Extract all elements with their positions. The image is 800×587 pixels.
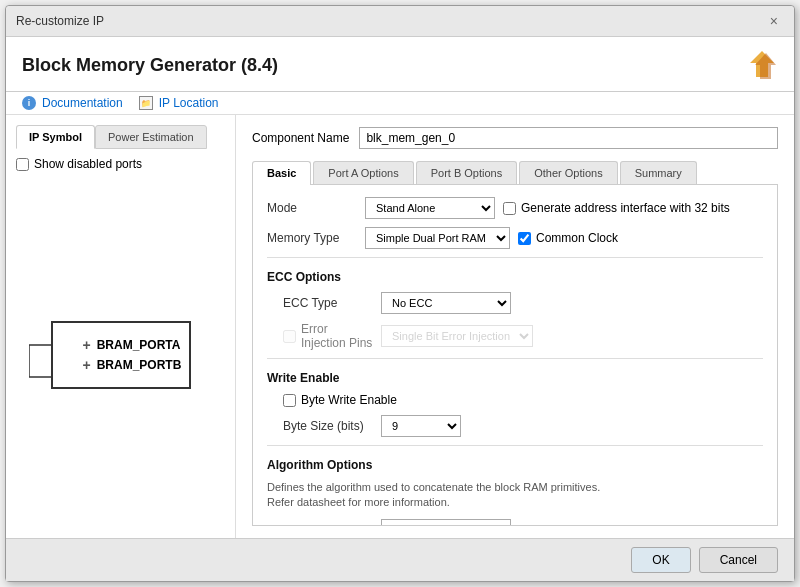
port-b-row: + BRAM_PORTB xyxy=(83,357,174,373)
toolbar: i Documentation 📁 IP Location xyxy=(6,92,794,115)
cancel-button[interactable]: Cancel xyxy=(699,547,778,573)
title-bar-left: Re-customize IP xyxy=(16,14,104,28)
divider-1 xyxy=(267,257,763,258)
right-tabs: Basic Port A Options Port B Options Othe… xyxy=(252,161,778,185)
gen-addr-label: Generate address interface with 32 bits xyxy=(521,201,730,215)
algo-desc-1: Defines the algorithm used to concatenat… xyxy=(267,480,763,511)
algorithm-select[interactable]: Minimum Area xyxy=(381,519,511,526)
error-injection-select[interactable]: Single Bit Error Injection xyxy=(381,325,533,347)
tab-power-estimation[interactable]: Power Estimation xyxy=(95,125,207,149)
content-area: IP Symbol Power Estimation Show disabled… xyxy=(6,115,794,538)
show-disabled-checkbox[interactable] xyxy=(16,158,29,171)
location-icon: 📁 xyxy=(139,96,153,110)
algo-desc-text2: Refer datasheet for more information. xyxy=(267,496,450,508)
symbol-area: + BRAM_PORTA + BRAM_PORTB xyxy=(16,181,225,528)
doc-label: Documentation xyxy=(42,96,123,110)
byte-size-label: Byte Size (bits) xyxy=(283,419,373,433)
gen-addr-checkbox[interactable] xyxy=(503,202,516,215)
right-panel: Component Name Basic Port A Options Port… xyxy=(236,115,794,538)
common-clock-checkbox[interactable] xyxy=(518,232,531,245)
left-panel: IP Symbol Power Estimation Show disabled… xyxy=(6,115,236,538)
ok-button[interactable]: OK xyxy=(631,547,690,573)
left-tab-bar: IP Symbol Power Estimation xyxy=(16,125,225,149)
footer: OK Cancel xyxy=(6,538,794,581)
memory-type-select[interactable]: Simple Dual Port RAM xyxy=(365,227,510,249)
port-a-label: BRAM_PORTA xyxy=(97,338,181,352)
info-icon: i xyxy=(22,96,36,110)
algorithm-row: Algorithm Minimum Area xyxy=(267,519,763,526)
tab-port-b[interactable]: Port B Options xyxy=(416,161,518,184)
port-b-label: BRAM_PORTB xyxy=(97,358,182,372)
byte-size-select[interactable]: 9 xyxy=(381,415,461,437)
byte-write-label-row: Byte Write Enable xyxy=(283,393,397,407)
ecc-type-row: ECC Type No ECC xyxy=(267,292,763,314)
mode-select[interactable]: Stand Alone xyxy=(365,197,495,219)
component-name-label: Component Name xyxy=(252,131,349,145)
algorithm-label: Algorithm xyxy=(283,523,373,526)
gen-addr-row: Generate address interface with 32 bits xyxy=(503,201,730,215)
common-clock-row: Common Clock xyxy=(518,231,618,245)
bram-box: + BRAM_PORTA + BRAM_PORTB xyxy=(51,321,191,389)
byte-write-checkbox[interactable] xyxy=(283,394,296,407)
show-disabled-row: Show disabled ports xyxy=(16,157,225,171)
location-label: IP Location xyxy=(159,96,219,110)
memory-type-row: Memory Type Simple Dual Port RAM Common … xyxy=(267,227,763,249)
tab-ip-symbol[interactable]: IP Symbol xyxy=(16,125,95,149)
tab-other[interactable]: Other Options xyxy=(519,161,617,184)
error-injection-checkbox[interactable] xyxy=(283,330,296,343)
tab-basic[interactable]: Basic xyxy=(252,161,311,185)
close-button[interactable]: × xyxy=(764,11,784,31)
component-name-input[interactable] xyxy=(359,127,778,149)
ecc-section-title: ECC Options xyxy=(267,270,763,284)
write-enable-section-title: Write Enable xyxy=(267,371,763,385)
bram-symbol: + BRAM_PORTA + BRAM_PORTB xyxy=(51,321,191,389)
main-dialog: Re-customize IP × Block Memory Generator… xyxy=(5,5,795,582)
port-connectors-left xyxy=(29,335,53,387)
ip-location-link[interactable]: 📁 IP Location xyxy=(139,96,219,110)
app-logo xyxy=(746,49,778,81)
app-title: Block Memory Generator (8.4) xyxy=(22,55,278,76)
byte-write-row: Byte Write Enable xyxy=(267,393,763,407)
byte-write-label: Byte Write Enable xyxy=(301,393,397,407)
algorithm-section-title: Algorithm Options xyxy=(267,458,763,472)
app-header: Block Memory Generator (8.4) xyxy=(6,37,794,92)
tab-port-a[interactable]: Port A Options xyxy=(313,161,413,184)
error-injection-label: Error Injection Pins xyxy=(301,322,373,350)
memory-type-label: Memory Type xyxy=(267,231,357,245)
error-injection-row: Error Injection Pins Single Bit Error In… xyxy=(267,322,763,350)
ecc-type-select[interactable]: No ECC xyxy=(381,292,511,314)
common-clock-label: Common Clock xyxy=(536,231,618,245)
algo-desc-text1: Defines the algorithm used to concatenat… xyxy=(267,481,600,493)
dialog-title: Re-customize IP xyxy=(16,14,104,28)
mode-row: Mode Stand Alone Generate address interf… xyxy=(267,197,763,219)
mode-label: Mode xyxy=(267,201,357,215)
port-a-row: + BRAM_PORTA xyxy=(83,337,174,353)
basic-tab-content: Mode Stand Alone Generate address interf… xyxy=(252,185,778,526)
tab-summary[interactable]: Summary xyxy=(620,161,697,184)
component-name-row: Component Name xyxy=(252,127,778,149)
ecc-type-label: ECC Type xyxy=(283,296,373,310)
plus-icon-b: + xyxy=(83,357,91,373)
divider-3 xyxy=(267,445,763,446)
byte-size-row: Byte Size (bits) 9 xyxy=(267,415,763,437)
show-disabled-label: Show disabled ports xyxy=(34,157,142,171)
title-bar: Re-customize IP × xyxy=(6,6,794,37)
documentation-link[interactable]: i Documentation xyxy=(22,96,123,110)
error-injection-checkbox-row: Error Injection Pins xyxy=(283,322,373,350)
plus-icon-a: + xyxy=(83,337,91,353)
divider-2 xyxy=(267,358,763,359)
